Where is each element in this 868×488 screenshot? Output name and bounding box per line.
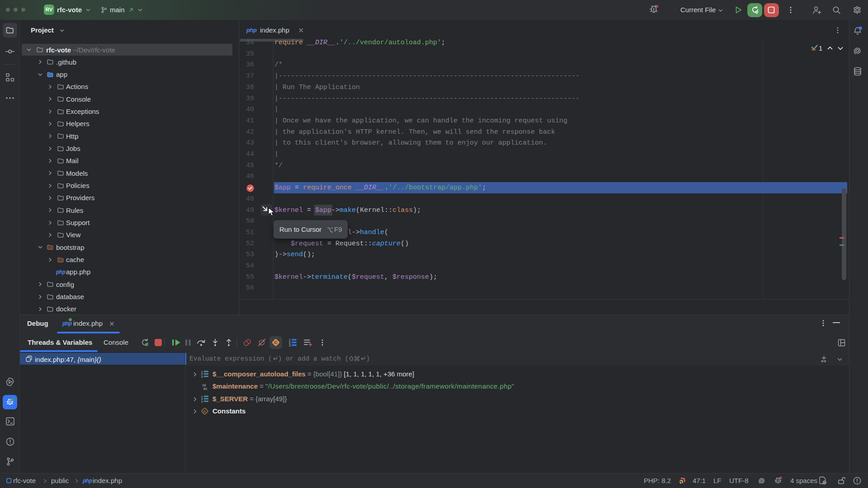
- svg-text:01: 01: [203, 387, 207, 390]
- svg-text:C: C: [274, 340, 278, 345]
- svg-text:C: C: [203, 409, 206, 413]
- svg-text:3: 3: [201, 400, 203, 403]
- svg-text:3: 3: [201, 375, 203, 378]
- svg-text:3: 3: [289, 344, 291, 347]
